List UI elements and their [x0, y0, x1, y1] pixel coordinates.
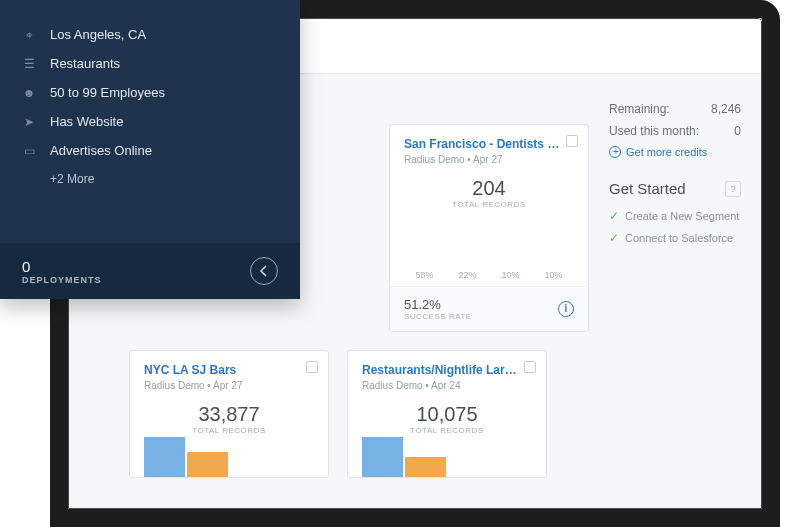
card-total: 10,075 TOTAL RECORDS — [348, 397, 546, 437]
check-icon: ✓ — [609, 231, 619, 245]
filter-more-link[interactable]: +2 More — [22, 165, 278, 193]
card-subtitle: Radius Demo • Apr 24 — [362, 380, 518, 391]
card-checkbox[interactable] — [524, 361, 536, 373]
briefcase-icon: ☰ — [22, 57, 36, 71]
back-button[interactable] — [250, 257, 278, 285]
side-panel: Remaining: 8,246 Used this month: 0 + Ge… — [609, 94, 741, 478]
deployments-count: 0 DEPLOYMENTS — [22, 258, 102, 285]
chevron-left-icon — [259, 265, 269, 277]
card-title[interactable]: NYC LA SJ Bars — [144, 363, 300, 377]
card-title[interactable]: San Francisco - Dentists -4/5 Star... — [404, 137, 560, 151]
info-icon[interactable]: i — [558, 301, 574, 317]
segment-card[interactable]: San Francisco - Dentists -4/5 Star... Ra… — [389, 124, 589, 332]
card-subtitle: Radius Demo • Apr 27 — [144, 380, 300, 391]
onboarding-item[interactable]: ✓ Connect to Salesforce — [609, 231, 741, 245]
card-total: 204 TOTAL RECORDS — [390, 171, 588, 211]
people-icon: ☻ — [22, 86, 36, 100]
onboarding-item[interactable]: ✓ Create a New Segment — [609, 209, 741, 223]
laptop-icon: ▭ — [22, 144, 36, 158]
panel-footer: 0 DEPLOYMENTS — [0, 243, 300, 299]
plus-circle-icon: + — [609, 146, 621, 158]
check-icon: ✓ — [609, 209, 619, 223]
get-started-title: Get Started ? — [609, 180, 741, 197]
credits-used: Used this month: 0 — [609, 124, 741, 138]
card-chart: 58% 22% 10% 10% — [390, 211, 588, 286]
card-chart — [348, 437, 546, 477]
card-title[interactable]: Restaurants/Nightlife Large Cities — [362, 363, 518, 377]
segment-card[interactable]: NYC LA SJ Bars Radius Demo • Apr 27 33,8… — [129, 350, 329, 478]
card-chart — [130, 437, 328, 477]
filter-item-website[interactable]: ➤ Has Website — [22, 107, 278, 136]
filter-list: ⌖ Los Angeles, CA ☰ Restaurants ☻ 50 to … — [0, 0, 300, 209]
credits-remaining: Remaining: 8,246 — [609, 102, 741, 116]
filter-item-advertises[interactable]: ▭ Advertises Online — [22, 136, 278, 165]
filter-item-location[interactable]: ⌖ Los Angeles, CA — [22, 20, 278, 49]
card-subtitle: Radius Demo • Apr 27 — [404, 154, 560, 165]
cursor-icon: ➤ — [22, 115, 36, 129]
segment-card[interactable]: Restaurants/Nightlife Large Cities Radiu… — [347, 350, 547, 478]
card-checkbox[interactable] — [566, 135, 578, 147]
pin-icon: ⌖ — [22, 28, 36, 42]
filter-item-category[interactable]: ☰ Restaurants — [22, 49, 278, 78]
help-icon[interactable]: ? — [725, 181, 741, 197]
get-more-credits-link[interactable]: + Get more credits — [609, 146, 741, 158]
filter-item-employees[interactable]: ☻ 50 to 99 Employees — [22, 78, 278, 107]
filter-panel: ⌖ Los Angeles, CA ☰ Restaurants ☻ 50 to … — [0, 0, 300, 299]
card-checkbox[interactable] — [306, 361, 318, 373]
card-footer: 51.2% SUCCESS RATE i — [390, 286, 588, 331]
card-total: 33,877 TOTAL RECORDS — [130, 397, 328, 437]
